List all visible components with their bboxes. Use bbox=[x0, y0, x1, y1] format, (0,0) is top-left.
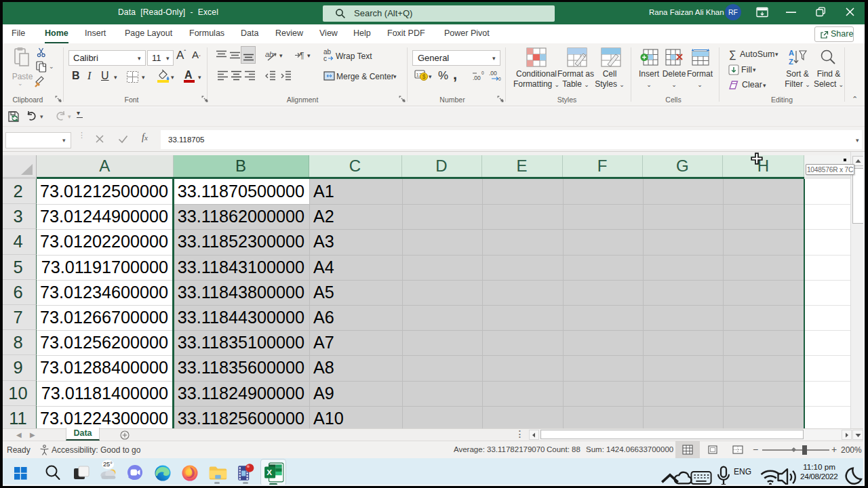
svg-text:A: A bbox=[789, 49, 794, 57]
svg-text:.00: .00 bbox=[473, 75, 481, 81]
svg-text:$: $ bbox=[422, 73, 426, 80]
svg-text:¶: ¶ bbox=[300, 51, 304, 60]
svg-text:X: X bbox=[267, 468, 272, 476]
svg-text:0: 0 bbox=[481, 70, 484, 75]
svg-text:.00: .00 bbox=[489, 70, 497, 77]
svg-text:c: c bbox=[323, 55, 327, 62]
svg-text:25°: 25° bbox=[103, 461, 113, 468]
svg-text:0: 0 bbox=[498, 77, 501, 81]
svg-text:Z: Z bbox=[789, 58, 793, 66]
